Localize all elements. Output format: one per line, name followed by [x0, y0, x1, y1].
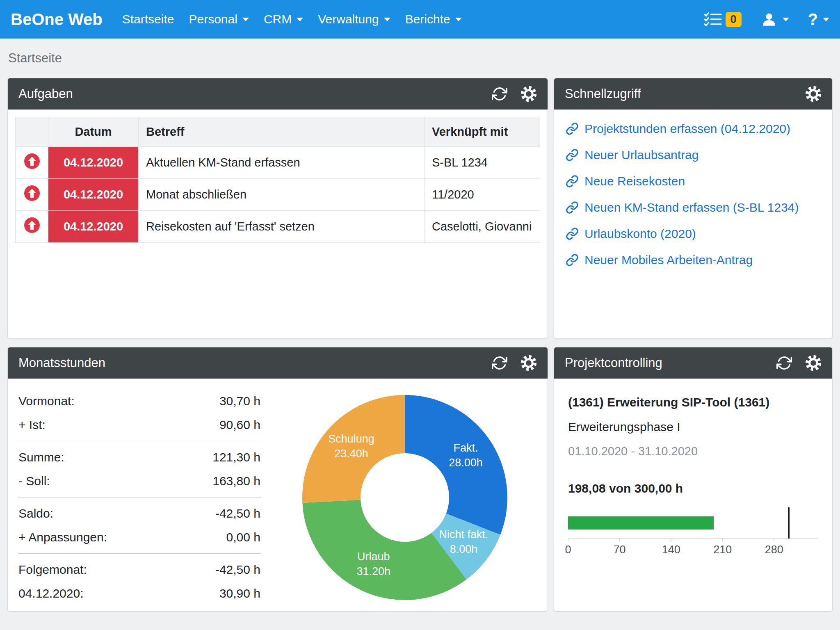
panel-title: Aufgaben	[18, 87, 73, 101]
divider	[18, 553, 260, 554]
quicklink-projektstunden[interactable]: Projektstunden erfassen (04.12.2020)	[566, 120, 821, 137]
main-nav: Startseite Personal CRM Verwaltung Beric…	[115, 0, 469, 39]
hours-donut-chart: Fakt.28.00hNicht fakt.8.00hUrlaub31.20hS…	[273, 389, 537, 605]
help-menu-button[interactable]: ?	[808, 10, 829, 29]
quicklink-label: Neue Reisekosten	[584, 173, 685, 190]
task-due-date: 04.12.2020	[48, 211, 139, 243]
task-subject: Monat abschließen	[139, 179, 425, 211]
quicklink-reisekosten[interactable]: Neue Reisekosten	[566, 173, 821, 190]
top-navbar: BeOne Web Startseite Personal CRM Verwal…	[0, 0, 840, 39]
navbar-right-tools: 0 ?	[703, 10, 829, 29]
tasks-table: Datum Betreff Verknüpft mit 04.12.	[15, 117, 540, 243]
settings-button[interactable]	[805, 86, 822, 102]
col-betreff[interactable]: Betreff	[139, 117, 425, 147]
stat-row: + Ist: 90,60 h	[18, 413, 260, 437]
priority-high-icon	[24, 153, 40, 169]
panel-header: Schnellzugriff	[554, 78, 832, 110]
col-priority	[16, 117, 48, 147]
task-subject: Reisekosten auf 'Erfasst' setzen	[139, 211, 425, 243]
hours-donut-svg: Fakt.28.00hNicht fakt.8.00hUrlaub31.20hS…	[300, 393, 510, 603]
stat-label: 04.12.2020:	[18, 586, 83, 601]
divider	[18, 497, 260, 498]
user-menu-button[interactable]	[760, 11, 789, 28]
col-datum[interactable]: Datum	[48, 117, 139, 147]
panel-header: Aufgaben	[8, 78, 548, 110]
refresh-button[interactable]	[492, 355, 507, 371]
table-row[interactable]: 04.12.2020 Monat abschließen 11/2020	[16, 179, 540, 211]
table-row[interactable]: 04.12.2020 Aktuellen KM-Stand erfassen S…	[16, 147, 540, 179]
priority-high-icon	[24, 185, 40, 201]
chevron-down-icon	[242, 18, 249, 21]
task-subject: Aktuellen KM-Stand erfassen	[139, 147, 425, 179]
divider	[18, 441, 260, 441]
tasks-count-badge: 0	[726, 12, 742, 27]
col-verknuepft[interactable]: Verknüpft mit	[425, 117, 540, 147]
settings-button[interactable]	[520, 355, 537, 371]
nav-item-berichte[interactable]: Berichte	[398, 0, 469, 39]
table-row[interactable]: 04.12.2020 Reisekosten auf 'Erfasst' set…	[16, 211, 540, 243]
panel-projektcontrolling: Projektcontrolling (1361) Erweiterung	[554, 347, 833, 612]
axis-tick-mark	[671, 539, 671, 542]
settings-button[interactable]	[520, 86, 537, 102]
refresh-button[interactable]	[492, 86, 507, 102]
stat-row: 04.12.2020: 30,90 h	[18, 582, 260, 605]
quicklink-urlaubsantrag[interactable]: Neuer Urlaubsantrag	[566, 146, 821, 164]
link-icon	[566, 201, 579, 214]
panel-schnellzugriff: Schnellzugriff Projektstunden erfassen (…	[554, 78, 833, 339]
help-icon: ?	[808, 10, 818, 29]
gear-icon	[805, 355, 822, 371]
panel-header: Projektcontrolling	[554, 347, 832, 379]
nav-item-crm[interactable]: CRM	[256, 0, 310, 39]
nav-item-startseite[interactable]: Startseite	[115, 0, 182, 39]
app-brand[interactable]: BeOne Web	[11, 10, 103, 29]
nav-item-verwaltung[interactable]: Verwaltung	[310, 0, 397, 39]
stat-label: - Soll:	[18, 474, 50, 488]
progress-bar-track	[568, 507, 818, 539]
quicklink-mobiles-arbeiten[interactable]: Neuer Mobiles Arbeiten-Antrag	[566, 251, 821, 269]
axis-tick-mark	[568, 539, 568, 542]
link-icon	[566, 148, 579, 162]
nav-label: Personal	[189, 12, 237, 26]
panel-monatsstunden: Monatsstunden Vorm	[7, 347, 548, 612]
task-due-date: 04.12.2020	[48, 147, 139, 179]
axis-tick-label: 280	[765, 543, 783, 556]
quicklink-urlaubskonto[interactable]: Urlaubskonto (2020)	[566, 225, 821, 242]
nav-label: Startseite	[122, 12, 174, 26]
project-progress-chart: 070140210280	[568, 507, 818, 558]
project-phase: Erweiterungsphase I	[568, 419, 818, 435]
link-icon	[566, 122, 579, 135]
stat-row: Vormonat: 30,70 h	[18, 389, 260, 413]
tasks-menu-button[interactable]: 0	[703, 11, 742, 27]
task-linked-with: 11/2020	[425, 179, 540, 211]
project-period: 01.10.2020 - 31.10.2020	[568, 443, 818, 459]
stat-value: 0,00 h	[226, 530, 260, 545]
nav-label: Verwaltung	[318, 12, 379, 26]
user-icon	[760, 11, 778, 28]
axis-tick-label: 210	[713, 543, 732, 556]
panel-header: Monatsstunden	[8, 347, 548, 379]
stat-label: Vormonat:	[18, 394, 75, 409]
quicklink-label: Neuer Mobiles Arbeiten-Antrag	[584, 251, 753, 269]
nav-item-personal[interactable]: Personal	[181, 0, 256, 39]
progress-axis: 070140210280	[568, 539, 818, 558]
refresh-button[interactable]	[776, 355, 792, 371]
priority-high-icon	[24, 217, 40, 233]
stat-row: - Soll: 163,80 h	[18, 469, 260, 493]
quicklink-label: Urlaubskonto (2020)	[584, 225, 696, 242]
task-due-date: 04.12.2020	[48, 179, 139, 211]
quicklink-km-stand[interactable]: Neuen KM-Stand erfassen (S-BL 1234)	[566, 199, 821, 216]
stat-value: -42,50 h	[215, 506, 260, 521]
nav-label: CRM	[264, 12, 292, 26]
axis-tick-mark	[722, 539, 723, 542]
donut-segment-urlaub	[302, 500, 466, 600]
project-title: (1361) Erweiterung SIP-Tool (1361)	[568, 394, 818, 411]
dashboard: Aufgaben	[0, 78, 840, 612]
stat-row: Saldo: -42,50 h	[18, 502, 260, 525]
target-marker	[788, 507, 790, 539]
axis-tick-label: 140	[662, 543, 680, 556]
panel-title: Monatsstunden	[18, 356, 105, 370]
task-linked-with: Caselotti, Giovanni	[425, 211, 540, 243]
panel-aufgaben: Aufgaben	[7, 78, 548, 339]
stat-value: -42,50 h	[215, 562, 260, 577]
settings-button[interactable]	[805, 355, 822, 371]
